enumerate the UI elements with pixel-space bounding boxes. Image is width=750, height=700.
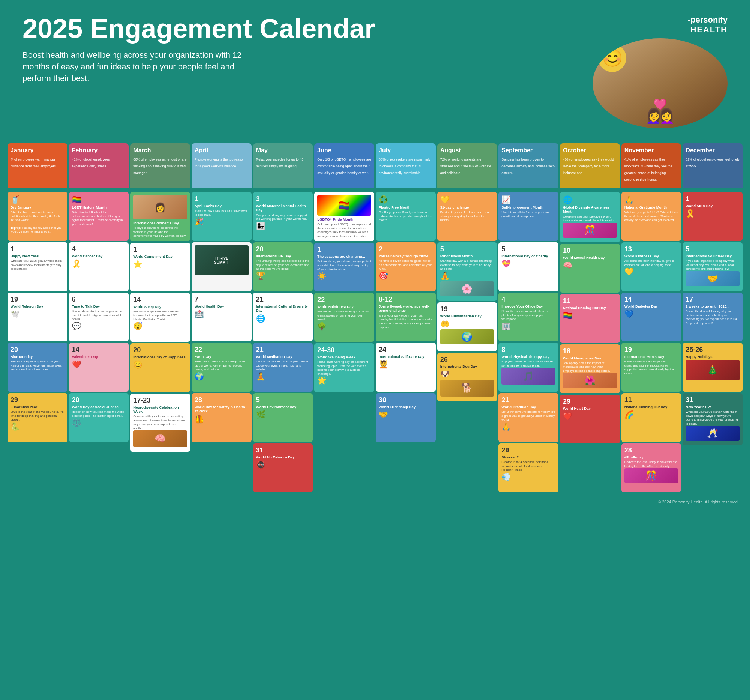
month-fact-october: 40% of employees say they would leave th… [563, 158, 614, 175]
jul-halfway: 2 You're halfway through 2025! It's time… [376, 242, 436, 291]
jan-new-year: 1 Happy New Year! What are your 2025 goa… [8, 242, 68, 291]
month-name-august: August [440, 147, 494, 154]
months-row: January ¾ of employees want financial gu… [0, 140, 750, 192]
page-title: 2025 Engagement Calendar [23, 15, 593, 42]
month-header-january: January ¾ of employees want financial gu… [8, 143, 68, 188]
january-column: 🥤 Dry January Ditch the booze and opt fo… [8, 192, 68, 492]
month-name-february: February [72, 147, 126, 154]
oct-heart-day: 29 World Heart Day ❤️ [560, 395, 620, 443]
jul-workplace-wellbeing: 8-12 Join a 9-week workplace well-being … [376, 292, 436, 342]
notobacco-icon: 🚭 [256, 460, 310, 469]
month-fact-september: Dancing has been proven to decrease anxi… [501, 158, 555, 175]
office-icon: 🏢 [501, 322, 555, 331]
selfcare-icon: 💆 [379, 360, 433, 369]
month-name-november: November [624, 147, 678, 154]
feb-time-to-talk: 6 Time to Talk Day Listen, share stories… [69, 292, 129, 342]
feb-social-justice: 20 World Day of Social Justice Reflect o… [69, 393, 129, 442]
jan-blue-monday: 20 Blue Monday The 'most depressing day … [8, 343, 68, 392]
coming-out-icon: 🏳️‍🌈 [563, 311, 617, 320]
jun-pride-month: 🏳️‍🌈 LGBTQ+ Pride Month Celebrate your L… [314, 192, 374, 241]
humanitarian-icon: 🤲 [440, 319, 494, 328]
goal-icon: 🎯 [379, 271, 433, 280]
jan-dry-january: 🥤 Dry January Ditch the booze and opt fo… [8, 192, 68, 241]
august-column: 💛 31-day challenge Be kind to yourself, … [437, 192, 497, 492]
dec-volunteer-day: 5 International Volunteer Day If you can… [682, 242, 742, 291]
dec-aids-day: 1 World AIDS Day 🎗️ [682, 192, 742, 241]
month-name-april: April [195, 147, 249, 154]
diversity-icon: 🌐 [256, 314, 310, 323]
apr-world-health: 7 World Health Day 🏥 [192, 292, 252, 342]
speech-icon: 💬 [72, 322, 126, 331]
month-fact-march: 66% of employees either quit or are thin… [133, 158, 186, 175]
month-header-september: September Dancing has been proven to dec… [498, 143, 558, 188]
oct-mental-health: 10 World Mental Health Day 🧠 [560, 244, 620, 292]
neurodiversity-image: 🧠 [133, 430, 187, 447]
gratitude-month-icon: 🙏 [624, 195, 678, 204]
nov-fun-friday: 28 #FunFriday Dedicate the last Friday i… [621, 443, 681, 492]
menopause-image: 🌺 [563, 373, 617, 388]
footer: © 2024 Personify Health. All rights rese… [0, 496, 750, 508]
copyright-text: © 2024 Personify Health. All rights rese… [658, 500, 739, 504]
aids-ribbon-icon: 🎗️ [685, 209, 739, 218]
month-name-december: December [685, 147, 739, 154]
month-header-july: July 68% of job seekers are more likely … [376, 143, 436, 188]
calendar-grid: 🥤 Dry January Ditch the booze and opt fo… [0, 192, 750, 496]
aug-31-day-challenge: 💛 31-day challenge Be kind to yourself, … [437, 192, 497, 241]
jul-plastic-free: ♻️ Plastic Free Month Challenge yourself… [376, 192, 436, 241]
month-name-september: September [501, 147, 555, 154]
humanitarian-image: 🌍 [440, 329, 494, 345]
jan-world-religion: 19 World Religion Day 🕊️ [8, 292, 68, 342]
header-image: 😊 👩‍❤️‍👩 [593, 38, 727, 128]
heart-icon: ❤️ [72, 360, 126, 369]
jun-rainforest-day: 22 World Rainforest Day Help offset CO2 … [314, 293, 374, 342]
month-fact-december: 82% of global employees feel lonely at w… [685, 158, 739, 168]
happiness-icon: 😊 [133, 360, 187, 369]
month-header-november: November 41% of employees say their work… [621, 143, 681, 188]
plastic-free-icon: ♻️ [379, 195, 433, 204]
feb-valentines: 14 Valentine's Day ❤️ [69, 343, 129, 392]
aug-mindfulness: 5 Mindfulness Month Start the day with a… [437, 242, 497, 301]
dec-2-weeks: 17 2 weeks to go until 2026... Spend the… [682, 292, 742, 342]
jul-self-care: 24 International Self-Care Day 💆 [376, 343, 436, 392]
jun-seasons-changing: 1 The seasons are changing... Rain or sh… [314, 243, 374, 291]
fun-friday-image: 🎊 [624, 468, 678, 483]
snake-icon: 🐍 [11, 422, 65, 431]
nov-coming-out-day-2: 11 National Coming Out Day 🌈 [621, 393, 681, 442]
june-column: 🏳️‍🌈 LGBTQ+ Pride Month Celebrate your L… [314, 192, 374, 492]
april-column: 1 April Fool's Day Start the new month w… [192, 192, 252, 492]
nov-mens-day: 19 International Men's Day Raise awarene… [621, 343, 681, 392]
oct-global-diversity: 🌐 Global Diversity Awareness Month Celeb… [560, 192, 620, 242]
holidays-image: 🎄 [685, 360, 739, 380]
month-header-december: December 82% of global employees feel lo… [682, 143, 742, 188]
globe-icon: 🌐 [563, 195, 617, 204]
month-fact-july: 68% of job seekers are more likely to ch… [379, 158, 430, 175]
november-column: 🙏 National Gratitude Month What are you … [621, 192, 681, 492]
sep-self-improvement: 📈 Self-Improvement Month Use this month … [498, 192, 558, 241]
jester-icon: 🎉 [195, 217, 249, 226]
sep-physical-therapy: 8 World Physical Therapy Day Pop your fa… [498, 343, 558, 392]
may-column: 3 World Maternal Mental Health Day Can y… [253, 192, 313, 492]
earth-icon: 🌍 [195, 372, 249, 381]
month-fact-april: Flexible working is the top reason for a… [195, 158, 245, 168]
dog-icon: 🐶 [440, 369, 494, 378]
mother-icon: 👩‍👧 [256, 222, 310, 230]
gratitude-icon: 🙏 [501, 422, 555, 431]
nov-gratitude-month: 🙏 National Gratitude Month What are you … [621, 192, 681, 241]
sep-improve-office: 4 Improve Your Office Day No matter wher… [498, 292, 558, 342]
apr-earth-day: 22 Earth Day Take part in direct action … [192, 343, 252, 392]
feb-cancer-day: 4 World Cancer Day 🎗️ [69, 242, 129, 291]
month-header-may: May Relax your muscles for up to 45 minu… [253, 143, 313, 188]
mar-intl-womens: 👩 International Women's Day Today's a ch… [130, 192, 190, 241]
apr-fools: 1 April Fool's Day Start the new month w… [192, 192, 252, 241]
may-environment: 5 World Environment Day 🌿 [253, 393, 313, 442]
music-image: 🎵 [501, 368, 555, 385]
header: 2025 Engagement Calendar Boost health an… [0, 0, 750, 140]
month-header-march: March 66% of employees either quit or ar… [130, 143, 190, 188]
charity-icon: 💝 [501, 259, 555, 268]
february-column: 🏳️‍🌈 LGBT History Month Take time to tal… [69, 192, 129, 492]
dec-happy-holidays: 25-26 Happy Holidays! 🎄 [682, 343, 742, 392]
jun-wellbeing-week: 24-30 World Wellbeing Week Focus each wo… [314, 343, 374, 392]
aug-dog-day: 26 International Dog Day 🐶 🐕 [437, 352, 497, 402]
header-right: -personifyHEALTH 😊 👩‍❤️‍👩 [593, 15, 727, 128]
diversity-image: 🎊 [563, 223, 617, 238]
